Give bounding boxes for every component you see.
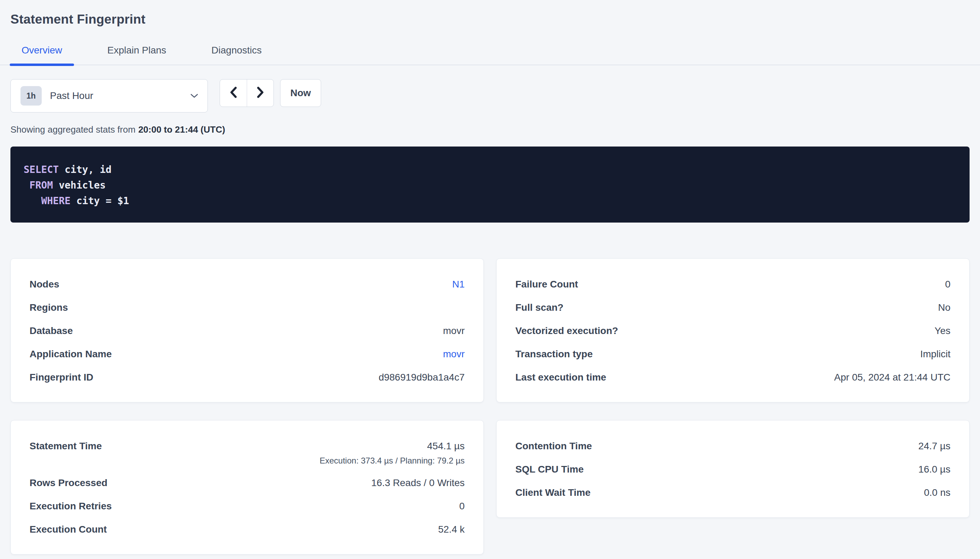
cards-row-2: Statement Time454.1 µsExecution: 373.4 µ… bbox=[10, 420, 970, 554]
row-statement-time: Statement Time454.1 µsExecution: 373.4 µ… bbox=[30, 434, 464, 471]
aggregated-stats-range: 20:00 to 21:44 (UTC) bbox=[138, 124, 225, 135]
row-regions-label: Regions bbox=[30, 299, 78, 315]
row-failure-count: Failure Count0 bbox=[516, 273, 950, 296]
execution-attributes-card: Failure Count0Full scan?NoVectorized exe… bbox=[496, 258, 970, 402]
row-application-name-value-link[interactable]: movr bbox=[443, 346, 464, 362]
row-database-value: movr bbox=[443, 323, 464, 339]
chevron-right-icon bbox=[255, 85, 265, 101]
sql-keyword: SELECT bbox=[24, 164, 59, 175]
row-client-wait-time-value: 0.0 ns bbox=[924, 485, 950, 500]
row-execution-count: Execution Count52.4 k bbox=[30, 518, 464, 541]
row-full-scan: Full scan?No bbox=[516, 296, 950, 319]
row-last-execution-time-value: Apr 05, 2024 at 21:44 UTC bbox=[834, 369, 950, 385]
time-range-label: Past Hour bbox=[50, 90, 93, 101]
row-contention-time: Contention Time24.7 µs bbox=[516, 434, 950, 458]
tab-bar: OverviewExplain PlansDiagnostics bbox=[0, 45, 980, 65]
page-title: Statement Fingerprint bbox=[10, 12, 980, 27]
time-picker-controls: 1h Past Hour Now bbox=[10, 79, 970, 112]
sql-text: city = $1 bbox=[71, 195, 129, 207]
sql-keyword: WHERE bbox=[41, 195, 71, 207]
next-interval-button[interactable] bbox=[247, 79, 274, 107]
time-interval-badge: 1h bbox=[20, 86, 42, 106]
row-full-scan-label: Full scan? bbox=[516, 299, 574, 315]
row-transaction-type-value: Implicit bbox=[920, 346, 950, 362]
row-nodes-value-link[interactable]: N1 bbox=[452, 276, 464, 292]
sql-line: FROM vehicles bbox=[24, 177, 956, 193]
row-application-name-label: Application Name bbox=[30, 346, 122, 362]
interval-nav-group bbox=[220, 79, 274, 107]
row-vectorized-execution: Vectorized execution?Yes bbox=[516, 319, 950, 342]
prev-interval-button[interactable] bbox=[220, 79, 247, 107]
aggregated-stats-prefix: Showing aggregated stats from bbox=[10, 124, 136, 135]
row-application-name: Application Namemovr bbox=[30, 342, 464, 366]
row-fingerprint-id: Fingerprint IDd986919d9ba1a4c7 bbox=[30, 366, 464, 389]
row-last-execution-time: Last execution timeApr 05, 2024 at 21:44… bbox=[516, 366, 950, 389]
chevron-down-icon bbox=[190, 93, 199, 99]
row-database-label: Database bbox=[30, 323, 83, 339]
row-execution-retries-value: 0 bbox=[459, 498, 464, 514]
tab-overview[interactable]: Overview bbox=[10, 45, 74, 64]
row-transaction-type: Transaction typeImplicit bbox=[516, 342, 950, 366]
row-statement-time-label: Statement Time bbox=[30, 438, 112, 454]
sql-line: SELECT city, id bbox=[24, 162, 956, 177]
row-fingerprint-id-label: Fingerprint ID bbox=[30, 369, 104, 385]
time-range-dropdown[interactable]: 1h Past Hour bbox=[10, 79, 208, 112]
sql-text: vehicles bbox=[53, 180, 106, 191]
row-vectorized-execution-value: Yes bbox=[934, 323, 950, 339]
row-failure-count-value: 0 bbox=[945, 276, 950, 292]
row-execution-count-label: Execution Count bbox=[30, 521, 117, 537]
row-vectorized-execution-label: Vectorized execution? bbox=[516, 323, 628, 339]
tab-explain-plans[interactable]: Explain Plans bbox=[96, 45, 178, 64]
row-nodes: NodesN1 bbox=[30, 273, 464, 296]
row-statement-time-value: 454.1 µs bbox=[427, 438, 464, 454]
row-contention-time-label: Contention Time bbox=[516, 438, 602, 454]
row-nodes-label: Nodes bbox=[30, 276, 70, 292]
sql-statement-box: SELECT city, id FROM vehicles WHERE city… bbox=[10, 147, 970, 223]
row-sql-cpu-time-value: 16.0 µs bbox=[919, 461, 950, 477]
row-regions: Regions bbox=[30, 296, 464, 319]
row-client-wait-time: Client Wait Time0.0 ns bbox=[516, 481, 950, 504]
chevron-left-icon bbox=[229, 85, 239, 101]
row-rows-processed: Rows Processed16.3 Reads / 0 Writes bbox=[30, 471, 464, 495]
row-rows-processed-label: Rows Processed bbox=[30, 475, 118, 491]
wait-times-card: Contention Time24.7 µsSQL CPU Time16.0 µ… bbox=[496, 420, 970, 518]
sql-text: city, id bbox=[59, 164, 111, 175]
cards-row-1: NodesN1RegionsDatabasemovrApplication Na… bbox=[10, 258, 970, 402]
sql-text bbox=[24, 195, 41, 207]
tab-diagnostics[interactable]: Diagnostics bbox=[199, 45, 274, 64]
row-fingerprint-id-value: d986919d9ba1a4c7 bbox=[378, 369, 464, 385]
row-full-scan-value: No bbox=[938, 299, 950, 315]
row-client-wait-time-label: Client Wait Time bbox=[516, 485, 601, 500]
row-transaction-type-label: Transaction type bbox=[516, 346, 603, 362]
row-contention-time-value: 24.7 µs bbox=[919, 438, 950, 454]
row-sql-cpu-time: SQL CPU Time16.0 µs bbox=[516, 458, 950, 481]
aggregated-stats-text: Showing aggregated stats from20:00 to 21… bbox=[10, 124, 970, 135]
row-statement-time-subvalue: Execution: 373.4 µs / Planning: 79.2 µs bbox=[30, 454, 464, 467]
sql-keyword: FROM bbox=[30, 180, 53, 191]
row-execution-count-value: 52.4 k bbox=[438, 521, 464, 537]
row-execution-retries: Execution Retries0 bbox=[30, 495, 464, 518]
row-sql-cpu-time-label: SQL CPU Time bbox=[516, 461, 594, 477]
row-execution-retries-label: Execution Retries bbox=[30, 498, 122, 514]
statement-details-card: NodesN1RegionsDatabasemovrApplication Na… bbox=[10, 258, 484, 402]
row-database: Databasemovr bbox=[30, 319, 464, 342]
sql-line: WHERE city = $1 bbox=[24, 193, 956, 209]
now-button[interactable]: Now bbox=[280, 79, 321, 107]
row-last-execution-time-label: Last execution time bbox=[516, 369, 617, 385]
sql-text bbox=[24, 180, 30, 191]
row-failure-count-label: Failure Count bbox=[516, 276, 589, 292]
row-rows-processed-value: 16.3 Reads / 0 Writes bbox=[371, 475, 464, 491]
statement-times-card: Statement Time454.1 µsExecution: 373.4 µ… bbox=[10, 420, 484, 554]
